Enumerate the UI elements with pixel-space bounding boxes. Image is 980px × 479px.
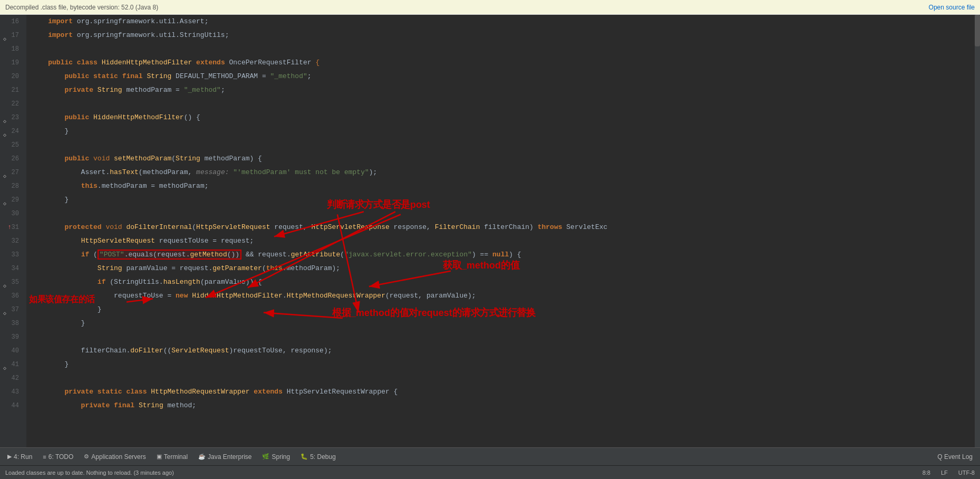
run-button[interactable]: ▶ 4: Run: [3, 452, 36, 462]
line-19: public class HiddenHttpMethodFilter exte…: [32, 56, 980, 70]
gutter-23: ◇23: [0, 111, 22, 124]
gutter-35: ◇35: [0, 275, 22, 289]
gutter-21: 21: [0, 83, 22, 97]
line-24: }: [32, 124, 980, 138]
gutter-44: 44: [0, 399, 22, 413]
gutter-41: ◇41: [0, 358, 22, 371]
java-icon: ☕: [198, 453, 206, 460]
line-23: public HiddenHttpMethodFilter() {: [32, 111, 980, 124]
line-26: public void setMethodParam(String method…: [32, 152, 980, 166]
bottom-toolbar: ▶ 4: Run ≡ 6: TODO ⚙ Application Servers…: [0, 447, 980, 465]
terminal-button[interactable]: ▣ Terminal: [152, 452, 192, 462]
gutter-37: ◇37: [0, 303, 22, 317]
gutter-18: 18: [0, 42, 22, 56]
decompiled-label: Decompiled .class file, bytecode version…: [5, 4, 158, 11]
gutter-19: 19: [0, 56, 22, 70]
status-message: Loaded classes are up to date. Nothing t…: [5, 470, 174, 476]
gutter-25: 25: [0, 138, 22, 152]
line-17: import org.springframework.util.StringUt…: [32, 28, 980, 42]
debug-icon: 🐛: [300, 453, 308, 460]
java-enterprise-label: Java Enterprise: [208, 453, 251, 461]
app-servers-label: Application Servers: [91, 453, 145, 461]
gutter-26: 26: [0, 152, 22, 166]
line-18: [32, 42, 980, 56]
line-27: Assert.hasText(methodParam, message: "'m…: [32, 166, 980, 179]
top-bar: Decompiled .class file, bytecode version…: [0, 0, 980, 15]
vertical-scrollbar[interactable]: [975, 15, 980, 447]
gutter-29: ◇29: [0, 193, 22, 207]
line-ending: LF: [941, 470, 948, 476]
gutter-32: 32: [0, 234, 22, 248]
line-33: if ("POST".equals(request.getMethod()) &…: [32, 248, 980, 262]
gutter-34: 34: [0, 262, 22, 275]
line-35: if (StringUtils.hasLength(paramValue)) {: [32, 275, 980, 289]
app-servers-button[interactable]: ⚙ Application Servers: [80, 452, 150, 462]
line-29: }: [32, 193, 980, 207]
gutter-30: 30: [0, 207, 22, 221]
cursor-position: 8:8: [923, 470, 930, 476]
status-right: 8:8 LF UTF-8: [923, 470, 975, 476]
event-log-label: Q Event Log: [937, 453, 973, 461]
run-icon: ▶: [7, 453, 12, 460]
gutter-31: ↑31: [0, 221, 22, 234]
gutter-42: 42: [0, 371, 22, 385]
line-41: }: [32, 358, 980, 371]
line-30: [32, 207, 980, 221]
status-bar: Loaded classes are up to date. Nothing t…: [0, 465, 980, 479]
gutter-40: 40: [0, 344, 22, 358]
line-44: private final String method;: [32, 399, 980, 413]
gutter-16: 16: [0, 15, 22, 28]
debug-label: 5: Debug: [310, 453, 336, 461]
terminal-icon: ▣: [157, 453, 162, 460]
gutter-27: ◇27: [0, 166, 22, 179]
code-area: 16 ◇17 18 19 20 21 22 ◇23 ◇24 25 26 ◇27 …: [0, 15, 980, 447]
line-28: this.methodParam = methodParam;: [32, 179, 980, 193]
gutter-17: ◇17: [0, 28, 22, 42]
debug-button[interactable]: 🐛 5: Debug: [296, 452, 340, 462]
event-log-button[interactable]: Q Event Log: [933, 452, 977, 462]
spring-label: Spring: [271, 453, 290, 461]
line-32: HttpServletRequest requestToUse = reques…: [32, 234, 980, 248]
line-37: }: [32, 303, 980, 317]
spring-icon: 🌿: [262, 453, 269, 460]
todo-button[interactable]: ≡ 6: TODO: [38, 452, 77, 462]
gutter-20: 20: [0, 70, 22, 83]
servers-icon: ⚙: [84, 453, 89, 460]
line-38: }: [32, 317, 980, 330]
spring-button[interactable]: 🌿 Spring: [258, 452, 294, 462]
gutter-38: 38: [0, 317, 22, 330]
line-36: requestToUse = new HiddenHttpMethodFilte…: [32, 289, 980, 303]
gutter-39: 39: [0, 330, 22, 344]
encoding: UTF-8: [958, 470, 975, 476]
open-source-link[interactable]: Open source file: [929, 4, 975, 11]
line-43: private static class HttpMethodRequestWr…: [32, 385, 980, 399]
gutter-33: 33: [0, 248, 22, 262]
line-16: import org.springframework.util.Assert;: [32, 15, 980, 28]
code-content: import org.springframework.util.Assert; …: [26, 15, 980, 447]
line-20: public static final String DEFAULT_METHO…: [32, 70, 980, 83]
terminal-label: Terminal: [164, 453, 188, 461]
line-25: [32, 138, 980, 152]
line-39: [32, 330, 980, 344]
gutter-36: 36: [0, 289, 22, 303]
gutter-22: 22: [0, 97, 22, 111]
line-34: String paramValue = request.getParameter…: [32, 262, 980, 275]
line-21: private String methodParam = "_method";: [32, 83, 980, 97]
todo-label: 6: TODO: [48, 453, 74, 461]
line-22: [32, 97, 980, 111]
line-31: protected void doFilterInternal(HttpServ…: [32, 221, 980, 234]
scrollbar-thumb[interactable]: [975, 15, 980, 46]
line-40: filterChain.doFilter((ServletRequest)req…: [32, 344, 980, 358]
line-numbers-gutter: 16 ◇17 18 19 20 21 22 ◇23 ◇24 25 26 ◇27 …: [0, 15, 26, 447]
java-enterprise-button[interactable]: ☕ Java Enterprise: [194, 452, 256, 462]
gutter-24: ◇24: [0, 124, 22, 138]
line-42: [32, 371, 980, 385]
run-label: 4: Run: [14, 453, 32, 461]
gutter-43: 43: [0, 385, 22, 399]
gutter-28: 28: [0, 179, 22, 193]
todo-icon: ≡: [43, 454, 46, 460]
